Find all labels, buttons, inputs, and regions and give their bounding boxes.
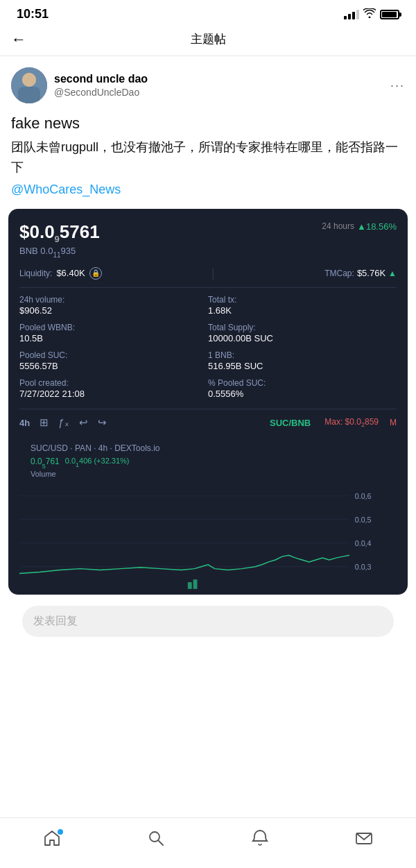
tmcap-arrow-icon: ▲ [388, 269, 397, 278]
status-icons [344, 8, 399, 21]
bottom-nav [0, 817, 416, 868]
chart-toolbar: 4h ⊞ ƒₓ ↩ ↪ SUC/BNB Max: $0.02859 M [19, 409, 397, 434]
stat-totalsupply-label: Total Supply: [208, 323, 397, 332]
chart-card: $0.095761 24 hours ▲18.56% BNB 0.011935 … [8, 209, 408, 595]
stat-onebnb-value: 516.95B SUC [208, 361, 397, 371]
stat-poolcreated-label: Pool created: [19, 378, 208, 388]
nav-mail-button[interactable] [350, 826, 378, 854]
user-left: second uncle dao @SecondUncleDao [11, 67, 148, 103]
tmcap-value: $5.76K [357, 268, 385, 278]
bell-icon [251, 829, 269, 851]
wifi-icon [363, 8, 376, 21]
candle-chart-icon[interactable]: ⊞ [40, 416, 49, 429]
stat-poolcreated-value: 7/27/2022 21:08 [19, 389, 208, 399]
lock-icon: 🔒 [89, 267, 102, 280]
stat-pool-created: Pool created: 7/27/2022 21:08 [19, 378, 208, 399]
stat-pooledwbnb-label: Pooled WBNB: [19, 323, 208, 332]
svg-line-16 [158, 840, 163, 845]
chart-price: $0.095761 [19, 221, 100, 243]
mini-chart-price: 0.05761 [31, 457, 60, 468]
stat-pooled-suc: Pooled SUC: 5556.57B [19, 350, 208, 371]
svg-text:0.0,6: 0.0,6 [355, 491, 372, 500]
svg-rect-4 [18, 87, 40, 103]
more-button[interactable]: ··· [390, 78, 405, 93]
battery-icon [380, 10, 399, 19]
svg-text:0.0,4: 0.0,4 [355, 538, 372, 547]
status-time: 10:51 [17, 7, 49, 22]
search-icon [147, 829, 165, 851]
stat-pooledwbnb-value: 10.5B [19, 333, 208, 343]
home-notification-dot [58, 829, 63, 835]
signal-bars-icon [344, 10, 359, 19]
post-text-chinese: 团队未曾rugpull，也没有撤池子，所谓的专家推特在哪里，能否指路一下 [11, 137, 405, 178]
liquidity-row: Liquidity: $6.40K 🔒 | TMCap: $5.76K ▲ [19, 266, 397, 288]
divider: | [211, 266, 215, 280]
price-chart-svg: 0.0,6 0.0,5 0.0,4 0.0,3 [19, 481, 397, 592]
stat-one-bnb: 1 BNB: 516.95B SUC [208, 350, 397, 371]
status-bar: 10:51 [0, 0, 416, 26]
toolbar-pair[interactable]: SUC/BNB [270, 418, 311, 428]
stat-volume-label: 24h volume: [19, 295, 208, 305]
svg-rect-13 [188, 582, 192, 589]
chart-svg-area: 0.0,6 0.0,5 0.0,4 0.0,3 [19, 481, 397, 595]
liquidity-label: Liquidity: [19, 269, 52, 278]
header: ← 主题帖 [0, 26, 416, 56]
nav-home-button[interactable] [38, 826, 66, 854]
user-info: second uncle dao @SecondUncleDao ··· [11, 67, 405, 103]
stat-pct-pooled: % Pooled SUC: 0.5556% [208, 378, 397, 399]
reply-bar[interactable]: 发表回复 [22, 606, 394, 637]
svg-point-3 [22, 73, 36, 87]
post-container: second uncle dao @SecondUncleDao ··· fak… [0, 56, 416, 637]
user-handle: @SecondUncleDao [54, 87, 148, 98]
chart-price-row: $0.095761 24 hours ▲18.56% [19, 221, 397, 243]
chart-bnb: BNB 0.011935 [19, 246, 397, 258]
nav-search-button[interactable] [142, 826, 170, 854]
mini-chart-change: 0.01406 (+32.31%) [65, 457, 130, 468]
stat-total-tx: Total tx: 1.68K [208, 295, 397, 316]
mail-icon [355, 829, 373, 851]
user-name: second uncle dao [54, 73, 148, 85]
chart-pair-label: SUC/USD · PAN · 4h · DEXTools.io [31, 443, 160, 453]
toolbar-max: Max: $0.02859 [324, 417, 379, 428]
svg-text:0.0,3: 0.0,3 [355, 562, 372, 570]
mini-chart-labels: SUC/USD · PAN · 4h · DEXTools.io 0.05761… [19, 434, 397, 480]
nav-bell-button[interactable] [246, 826, 274, 854]
undo-icon[interactable]: ↩ [79, 416, 88, 429]
stat-totaltx-label: Total tx: [208, 295, 397, 305]
chart-period: 24 hours [322, 221, 354, 231]
avatar [11, 67, 47, 103]
stat-pooledsuc-value: 5556.57B [19, 361, 208, 371]
svg-text:0.0,5: 0.0,5 [355, 515, 372, 523]
stat-totalsupply-value: 10000.00B SUC [208, 333, 397, 343]
stat-total-supply: Total Supply: 10000.00B SUC [208, 323, 397, 343]
stat-totaltx-value: 1.68K [208, 305, 397, 316]
post-text-english: fake news [11, 113, 405, 135]
stat-pooled-wbnb: Pooled WBNB: 10.5B [19, 323, 208, 343]
page-title: 主题帖 [191, 31, 226, 47]
tmcap-label: TMCap: [324, 269, 354, 278]
stat-volume: 24h volume: $906.52 [19, 295, 208, 316]
volume-label: Volume [31, 470, 385, 481]
formula-icon[interactable]: ƒₓ [58, 416, 69, 429]
stat-pctpooled-label: % Pooled SUC: [208, 378, 397, 388]
chart-change: ▲18.56% [357, 221, 397, 232]
reply-placeholder[interactable]: 发表回复 [33, 614, 78, 629]
stat-pctpooled-value: 0.5556% [208, 389, 397, 399]
redo-icon[interactable]: ↪ [98, 416, 107, 429]
back-button[interactable]: ← [11, 31, 26, 49]
post-mention[interactable]: @WhoCares_News [11, 181, 405, 198]
toolbar-m-label: M [390, 418, 397, 427]
stat-pooledsuc-label: Pooled SUC: [19, 350, 208, 360]
stats-grid: 24h volume: $906.52 Total tx: 1.68K Pool… [19, 295, 397, 399]
stat-volume-value: $906.52 [19, 305, 208, 316]
svg-rect-14 [193, 579, 198, 589]
toolbar-interval[interactable]: 4h [19, 418, 30, 428]
stat-onebnb-label: 1 BNB: [208, 350, 397, 360]
liquidity-value: $6.40K [56, 268, 85, 278]
post-content: fake news 团队未曾rugpull，也没有撤池子，所谓的专家推特在哪里，… [11, 113, 405, 199]
